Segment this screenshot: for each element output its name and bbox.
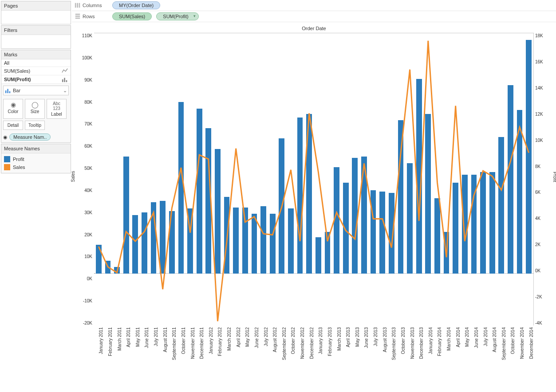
marks-label: Marks bbox=[1, 50, 71, 59]
columns-icon bbox=[75, 2, 81, 8]
sales-swatch bbox=[4, 164, 10, 170]
filters-shelf[interactable]: Filters bbox=[1, 25, 71, 49]
color-icon: ◉ bbox=[5, 101, 21, 108]
mark-type-dropdown[interactable]: Bar ⌄ bbox=[3, 86, 69, 95]
rows-shelf[interactable]: Rows SUM(Sales) SUM(Profit) bbox=[72, 11, 556, 22]
color-card[interactable]: ◉Color bbox=[3, 99, 23, 119]
profit-swatch bbox=[4, 156, 10, 162]
bar-icon bbox=[62, 76, 68, 82]
chart-viz[interactable]: Order Date 110K100K90K80K70K60K50K40K30K… bbox=[72, 22, 556, 379]
svg-rect-11 bbox=[75, 18, 80, 19]
marks-all[interactable]: All bbox=[1, 59, 71, 67]
svg-rect-7 bbox=[77, 3, 78, 8]
sales-line[interactable] bbox=[99, 41, 528, 321]
rows-label: Rows bbox=[75, 13, 108, 20]
size-icon: ◯ bbox=[27, 101, 43, 108]
bar-icon bbox=[5, 87, 11, 94]
columns-pill[interactable]: MY(Order Date) bbox=[112, 1, 160, 9]
label-icon: Abc123 bbox=[49, 101, 64, 111]
rows-icon bbox=[75, 13, 81, 20]
pages-label: Pages bbox=[1, 1, 71, 11]
svg-rect-9 bbox=[75, 14, 80, 15]
legend-panel: Measure Names Profit Sales bbox=[1, 144, 71, 173]
svg-rect-1 bbox=[64, 78, 65, 82]
rows-pill-profit[interactable]: SUM(Profit) bbox=[156, 12, 198, 20]
legend-title: Measure Names bbox=[1, 144, 71, 153]
sales-axis-label: Sales bbox=[71, 171, 75, 182]
chevron-down-icon: ⌄ bbox=[63, 88, 67, 94]
svg-rect-2 bbox=[66, 80, 67, 82]
measure-names-pill[interactable]: Measure Nam.. bbox=[9, 133, 51, 141]
label-card[interactable]: Abc123Label bbox=[47, 99, 67, 119]
chart-title: Order Date bbox=[72, 24, 556, 33]
svg-rect-6 bbox=[75, 3, 76, 8]
columns-label: Columns bbox=[75, 2, 108, 8]
size-card[interactable]: ◯Size bbox=[25, 99, 45, 119]
marks-sum-profit[interactable]: SUM(Profit) bbox=[1, 75, 71, 84]
pages-shelf[interactable]: Pages bbox=[1, 1, 71, 24]
tooltip-card[interactable]: Tooltip bbox=[25, 121, 45, 130]
svg-rect-4 bbox=[7, 89, 8, 94]
y-axis-right: 18K16K14K12K10K8K6K4K2K0K-2K-4K bbox=[535, 33, 550, 325]
color-legend-icon: ◉ bbox=[3, 134, 8, 140]
detail-card[interactable]: Detail bbox=[3, 121, 23, 130]
svg-rect-10 bbox=[75, 16, 80, 17]
svg-rect-0 bbox=[62, 79, 63, 82]
legend-profit[interactable]: Profit bbox=[4, 155, 68, 163]
rows-pill-sales[interactable]: SUM(Sales) bbox=[112, 12, 152, 20]
line-icon bbox=[62, 68, 68, 74]
y-axis-left: 110K100K90K80K70K60K50K40K30K20K10K0K-10… bbox=[76, 33, 92, 325]
profit-axis-label: Profit bbox=[552, 172, 556, 182]
svg-rect-3 bbox=[5, 90, 7, 93]
columns-shelf[interactable]: Columns MY(Order Date) bbox=[72, 0, 556, 11]
x-axis: January 2011February 2011March 2011April… bbox=[94, 325, 533, 379]
legend-sales[interactable]: Sales bbox=[4, 163, 68, 171]
svg-rect-5 bbox=[9, 91, 11, 93]
marks-card: Marks All SUM(Sales) SUM(Profit) Bar ⌄ ◉… bbox=[1, 50, 71, 143]
marks-sum-sales[interactable]: SUM(Sales) bbox=[1, 67, 71, 75]
filters-label: Filters bbox=[1, 26, 71, 35]
svg-rect-8 bbox=[79, 3, 80, 8]
